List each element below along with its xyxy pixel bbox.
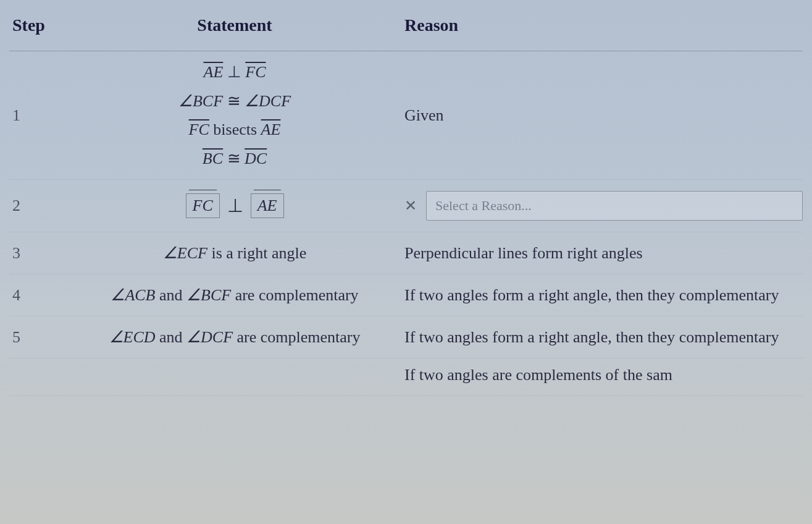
reason-cell: If two angles are complements of the sam: [392, 366, 803, 384]
segment-input[interactable]: FC: [186, 193, 220, 218]
table-row: 5 ECD and DCF are complementary If two a…: [9, 316, 803, 358]
text: and: [156, 328, 187, 346]
angle-label: BCF: [193, 92, 223, 110]
table-row: 3 ECF is a right angle Perpendicular lin…: [9, 232, 803, 274]
congruent-symbol: [223, 150, 245, 167]
angle: [245, 92, 259, 110]
step-number: 1: [9, 106, 77, 125]
table-header-row: Step Statement Reason: [9, 6, 803, 51]
step-number: 2: [9, 196, 77, 215]
angle-label: DCF: [201, 328, 233, 346]
step-number: 3: [9, 244, 77, 263]
angle: [163, 244, 177, 262]
text: bisects: [209, 120, 261, 138]
angle-label: ECF: [177, 244, 207, 262]
statement-line: BCDC: [203, 149, 267, 168]
angle: [186, 328, 201, 346]
statement-input-group: FC ⊥ AE: [186, 193, 284, 218]
table-row: 4 ACB and BCF are complementary If two a…: [9, 274, 803, 316]
reason-cell: Given: [392, 106, 803, 125]
statement-line: AEFC: [204, 62, 266, 82]
segment: FC: [245, 63, 266, 81]
step-number: 4: [9, 286, 77, 305]
segment: DC: [245, 150, 267, 167]
angle: [178, 92, 193, 110]
statement-line: FC bisects AE: [189, 120, 281, 139]
table-row: If two angles are complements of the sam: [9, 358, 803, 396]
step-number: 5: [9, 328, 77, 347]
reason-cell: If two angles form a right angle, then t…: [392, 328, 803, 347]
segment: BC: [203, 150, 223, 167]
proof-table: Step Statement Reason 1 AEFC BCFDCF FC b…: [9, 6, 803, 396]
text: are complementary: [231, 286, 358, 304]
table-row: 2 FC ⊥ AE ✕: [9, 180, 803, 232]
angle: [186, 286, 201, 304]
segment: FC: [189, 120, 209, 138]
segment: AE: [204, 63, 224, 81]
reason-cell: If two angles form a right angle, then t…: [392, 286, 803, 305]
statement-cell: FC ⊥ AE: [77, 193, 392, 218]
text: are complementary: [233, 328, 360, 346]
header-statement: Statement: [77, 15, 392, 35]
statement-line: BCFDCF: [178, 91, 291, 111]
perp-symbol: [223, 63, 245, 81]
table-row: 1 AEFC BCFDCF FC bisects AE BCDC Given: [9, 51, 803, 180]
reason-cell: ✕: [392, 191, 803, 221]
reason-select[interactable]: [426, 191, 803, 221]
angle-label: ECD: [123, 328, 156, 346]
segment: AE: [261, 120, 281, 138]
segment-input[interactable]: AE: [251, 193, 284, 218]
statement-cell: ACB and BCF are complementary: [77, 285, 392, 305]
congruent-symbol: [223, 92, 245, 110]
header-step: Step: [9, 15, 77, 35]
reason-cell: Perpendicular lines form right angles: [392, 244, 803, 263]
angle: [111, 286, 125, 304]
statement-cell: ECD and DCF are complementary: [77, 328, 392, 347]
perp-symbol-button[interactable]: ⊥: [227, 196, 243, 215]
angle-label: DCF: [259, 92, 291, 110]
header-reason: Reason: [392, 15, 803, 35]
statement-cell: AEFC BCFDCF FC bisects AE BCDC: [77, 62, 392, 168]
text: and: [156, 286, 187, 304]
angle-label: ACB: [125, 286, 155, 304]
text: is a right angle: [207, 244, 306, 262]
statement-cell: ECF is a right angle: [77, 243, 392, 263]
angle: [109, 328, 123, 346]
close-icon[interactable]: ✕: [404, 197, 417, 214]
angle-label: BCF: [201, 286, 231, 304]
